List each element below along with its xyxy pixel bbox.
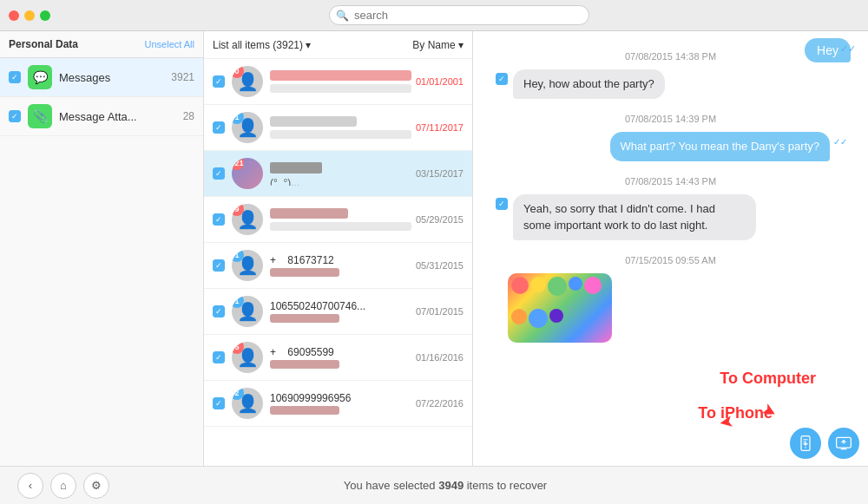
messages-label: Messages [59, 71, 171, 84]
avatar: 121 [232, 158, 263, 189]
message-preview [270, 406, 339, 415]
settings-button[interactable]: ⚙ [83, 473, 109, 499]
close-button[interactable] [9, 10, 19, 21]
attachments-checkbox[interactable] [9, 110, 21, 122]
item-checkbox[interactable] [213, 397, 225, 409]
window-controls[interactable] [9, 10, 50, 21]
maximize-button[interactable] [40, 10, 50, 21]
unselect-all-button[interactable]: Unselect All [145, 39, 194, 49]
message-body: 10690999996956 [270, 392, 411, 415]
contact-name [270, 162, 322, 173]
sidebar-title: Personal Data [9, 38, 78, 50]
messages-checkbox[interactable] [9, 71, 21, 83]
sidebar-item-attachments[interactable]: 📎 Message Atta... 28 [0, 97, 203, 136]
messages-icon: 💬 [28, 65, 52, 89]
list-sort[interactable]: By Name ▾ [412, 39, 464, 51]
contact-name: 10690999996956 [270, 392, 411, 403]
list-item[interactable]: 👤 1 106550240700746... 07/01/2015 [204, 289, 472, 335]
bubble-checkbox[interactable] [496, 73, 508, 85]
attachments-count: 28 [183, 110, 194, 122]
message-body [270, 116, 411, 139]
item-checkbox[interactable] [213, 121, 225, 134]
list-item[interactable]: 121 (°_°)... 03/15/2017 [204, 151, 472, 197]
message-body [270, 70, 411, 93]
message-date: 01/16/2016 [416, 352, 464, 363]
outgoing-bubble: What part? You mean the Dany's party? [610, 132, 830, 161]
message-body: +__69095599 [270, 346, 411, 369]
list-item[interactable]: 👤 1 +__81673712 05/31/2015 [204, 243, 472, 289]
message-preview [270, 314, 339, 323]
list-title[interactable]: List all items (3921) ▾ [213, 39, 311, 51]
bubble-checkbox[interactable] [496, 198, 508, 210]
contact-name: 106550240700746... [270, 300, 411, 311]
message-date: 05/29/2015 [416, 214, 464, 225]
computer-icon [835, 435, 852, 452]
contact-name [270, 208, 348, 219]
list-item[interactable]: 👤 2 10690999996956 07/22/2016 [204, 381, 472, 427]
message-preview: (°_°)... [270, 177, 411, 186]
image-bubble [508, 273, 612, 343]
nav-buttons: ‹ ⌂ ⚙ [17, 473, 109, 499]
attachment-icon: 📎 [28, 104, 52, 128]
main-layout: Personal Data Unselect All 💬 Messages 39… [0, 31, 868, 466]
timestamp: 07/15/2015 09:55 AM [490, 255, 851, 265]
avatar: 👤 2 [232, 388, 263, 419]
message-date: 07/22/2016 [416, 398, 464, 409]
avatar: 👤 5 [232, 342, 263, 373]
sidebar-item-messages[interactable]: 💬 Messages 3921 [0, 58, 203, 97]
search-input[interactable] [329, 5, 589, 25]
item-checkbox[interactable] [213, 351, 225, 363]
message-body: 106550240700746... [270, 300, 411, 323]
avatar: 👤 1 [232, 112, 263, 143]
list-item[interactable]: 👤 9 05/29/2015 [204, 197, 472, 243]
message-tick: ✓✓ [840, 43, 856, 55]
contact-name [270, 70, 411, 81]
home-button[interactable]: ⌂ [50, 473, 76, 499]
search-icon: 🔍 [336, 10, 349, 22]
item-checkbox[interactable] [213, 259, 225, 272]
search-bar[interactable]: 🔍 [329, 5, 589, 25]
bubble-row-outgoing: ✓✓ What part? You mean the Dany's party? [490, 132, 851, 161]
avatar: 👤 0 [232, 66, 263, 97]
sidebar-header: Personal Data Unselect All [0, 31, 203, 58]
item-checkbox[interactable] [213, 305, 225, 317]
message-preview [270, 130, 411, 139]
message-date: 01/01/2001 [416, 76, 464, 87]
minimize-button[interactable] [24, 10, 35, 21]
list-item[interactable]: 👤 0 01/01/2001 [204, 59, 472, 105]
bubble-row-image [490, 273, 851, 343]
status-text: You have selected 3949 items to recover [344, 479, 547, 492]
item-checkbox[interactable] [213, 75, 225, 88]
item-checkbox[interactable] [213, 213, 225, 226]
message-list-panel: List all items (3921) ▾ By Name ▾ 👤 0 01… [204, 31, 473, 466]
badge: 121 [232, 158, 244, 170]
message-body: +__81673712 [270, 254, 411, 277]
message-preview [270, 222, 411, 231]
iphone-icon [797, 435, 814, 452]
chat-panel: Hey ✓✓ 07/08/2015 14:38 PM Hey, how abou… [473, 31, 868, 466]
action-buttons [790, 428, 859, 459]
message-body [270, 208, 411, 231]
incoming-bubble: Hey, how about the party? [513, 69, 665, 99]
restore-to-computer-button[interactable] [828, 428, 859, 459]
list-item[interactable]: 👤 5 +__69095599 01/16/2016 [204, 335, 472, 381]
message-date: 05/31/2015 [416, 260, 464, 271]
list-item[interactable]: 👤 1 07/11/2017 [204, 105, 472, 151]
bubble-row-incoming: Yeah, so sorry that I didn't come. I had… [490, 194, 851, 239]
sidebar: Personal Data Unselect All 💬 Messages 39… [0, 31, 204, 466]
list-header: List all items (3921) ▾ By Name ▾ [204, 31, 472, 59]
message-preview [270, 360, 339, 369]
contact-name [270, 116, 357, 127]
bubble-row-incoming: Hey, how about the party? [490, 69, 851, 99]
contact-name: +__69095599 [270, 346, 411, 357]
title-bar: 🔍 [0, 0, 868, 31]
restore-to-iphone-button[interactable] [790, 428, 821, 459]
back-button[interactable]: ‹ [17, 473, 43, 499]
avatar: 👤 1 [232, 250, 263, 281]
avatar: 👤 9 [232, 204, 263, 235]
bottom-bar: ‹ ⌂ ⚙ You have selected 3949 items to re… [0, 466, 868, 504]
svg-point-1 [805, 447, 806, 448]
contact-name: +__81673712 [270, 254, 411, 265]
item-checkbox[interactable] [213, 167, 225, 180]
message-list: 👤 0 01/01/2001 👤 1 [204, 59, 472, 466]
